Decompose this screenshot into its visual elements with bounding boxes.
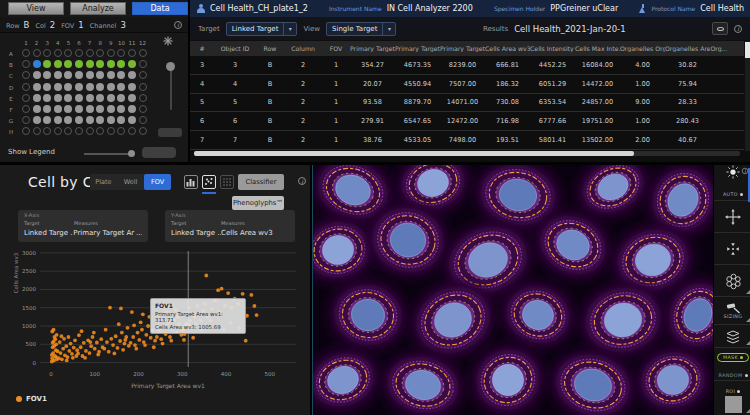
data-point[interactable] <box>60 357 64 361</box>
well-B11[interactable] <box>128 60 136 68</box>
scatter-view-icon[interactable] <box>202 175 216 189</box>
random-toggle[interactable]: RANDOM <box>714 365 750 378</box>
well-F10[interactable] <box>117 105 125 113</box>
data-point[interactable] <box>77 333 81 337</box>
results-info-icon[interactable]: i <box>734 25 742 33</box>
well-B12[interactable] <box>139 60 147 68</box>
column-header[interactable]: Object ID <box>214 45 256 52</box>
data-point[interactable] <box>123 342 127 346</box>
data-point[interactable] <box>93 347 97 351</box>
well-C5[interactable] <box>64 71 72 79</box>
column-header[interactable]: Column <box>284 45 322 52</box>
data-point[interactable] <box>117 322 121 326</box>
well-H12[interactable] <box>139 127 147 135</box>
well-G12[interactable] <box>139 116 147 124</box>
data-point[interactable] <box>88 340 92 344</box>
data-point[interactable] <box>84 349 88 353</box>
well-F11[interactable] <box>128 105 136 113</box>
data-point[interactable] <box>249 293 253 297</box>
data-point[interactable] <box>92 331 96 335</box>
well-B4[interactable] <box>54 60 62 68</box>
well-A5[interactable] <box>64 49 72 57</box>
data-point[interactable] <box>111 343 115 347</box>
data-point[interactable] <box>123 338 127 342</box>
well-F9[interactable] <box>107 105 115 113</box>
data-point[interactable] <box>91 335 95 339</box>
data-point[interactable] <box>89 344 93 348</box>
data-point[interactable] <box>61 347 65 351</box>
well-A4[interactable] <box>54 49 62 57</box>
data-point[interactable] <box>169 339 173 343</box>
view-dropdown[interactable]: Single Target ▾ <box>326 22 396 36</box>
well-G9[interactable] <box>107 116 115 124</box>
well-E1[interactable] <box>22 94 30 102</box>
well-F8[interactable] <box>96 105 104 113</box>
data-point[interactable] <box>76 352 80 356</box>
data-point[interactable] <box>130 310 134 314</box>
table-row[interactable]: 66B21279.916547.6512472.00716.986777.661… <box>190 112 744 131</box>
well-H9[interactable] <box>107 127 115 135</box>
well-G6[interactable] <box>75 116 83 124</box>
well-C6[interactable] <box>75 71 83 79</box>
data-point[interactable] <box>134 347 138 351</box>
data-point[interactable] <box>204 274 208 278</box>
data-point[interactable] <box>255 313 259 317</box>
well-E10[interactable] <box>117 94 125 102</box>
well-E2[interactable] <box>33 94 41 102</box>
data-point[interactable] <box>72 346 76 350</box>
sizing-tool-button[interactable]: SIZING <box>714 298 750 325</box>
data-point[interactable] <box>153 339 157 343</box>
data-point[interactable] <box>121 348 125 352</box>
well-E7[interactable] <box>86 94 94 102</box>
data-point[interactable] <box>83 356 87 360</box>
well-E4[interactable] <box>54 94 62 102</box>
tab-well[interactable]: Well <box>117 174 144 190</box>
well-A8[interactable] <box>96 49 104 57</box>
plate-settings-icon[interactable] <box>163 36 173 46</box>
tab-plate[interactable]: Plate <box>90 174 117 190</box>
legend-button[interactable] <box>142 147 176 158</box>
tab-analyze[interactable]: Analyze <box>70 2 126 15</box>
table-row[interactable]: 55B2193.588879.7014071.00730.086353.5424… <box>190 94 744 113</box>
well-D7[interactable] <box>86 83 94 91</box>
data-point[interactable] <box>136 331 140 335</box>
data-point[interactable] <box>114 334 118 338</box>
well-D10[interactable] <box>117 83 125 91</box>
well-E9[interactable] <box>107 94 115 102</box>
well-E6[interactable] <box>75 94 83 102</box>
data-point[interactable] <box>120 331 124 335</box>
data-point[interactable] <box>253 304 257 308</box>
well-F3[interactable] <box>43 105 51 113</box>
column-header[interactable]: # <box>190 45 214 52</box>
column-header[interactable]: Cells Max Inte... <box>575 45 620 52</box>
legend-slider-track[interactable] <box>84 153 134 155</box>
well-A9[interactable] <box>107 49 115 57</box>
data-point[interactable] <box>149 336 153 340</box>
tab-data[interactable]: Data <box>132 2 188 15</box>
data-point[interactable] <box>51 341 55 345</box>
data-point[interactable] <box>66 355 70 359</box>
well-E11[interactable] <box>128 94 136 102</box>
plate-info-icon[interactable]: i <box>174 21 182 29</box>
data-point[interactable] <box>152 345 156 349</box>
column-header[interactable]: Organelles Are... <box>665 45 710 52</box>
well-G2[interactable] <box>33 116 41 124</box>
well-D9[interactable] <box>107 83 115 91</box>
well-A3[interactable] <box>43 49 51 57</box>
data-point[interactable] <box>96 353 100 357</box>
histogram-view-icon[interactable] <box>184 175 198 189</box>
data-point[interactable] <box>119 307 123 311</box>
data-point[interactable] <box>216 288 220 292</box>
table-row[interactable]: 44B2120.074550.947507.00186.326051.29144… <box>190 75 744 94</box>
y-axis-measures-dropdown[interactable]: Cells Area wv3 <box>221 229 273 237</box>
plate-reset-button[interactable] <box>158 128 182 137</box>
data-point[interactable] <box>102 347 106 351</box>
well-B7[interactable] <box>86 60 94 68</box>
well-C4[interactable] <box>54 71 62 79</box>
well-H3[interactable] <box>43 127 51 135</box>
data-point[interactable] <box>64 344 68 348</box>
well-C8[interactable] <box>96 71 104 79</box>
well-H8[interactable] <box>96 127 104 135</box>
data-point[interactable] <box>182 338 186 342</box>
data-point[interactable] <box>82 341 86 345</box>
